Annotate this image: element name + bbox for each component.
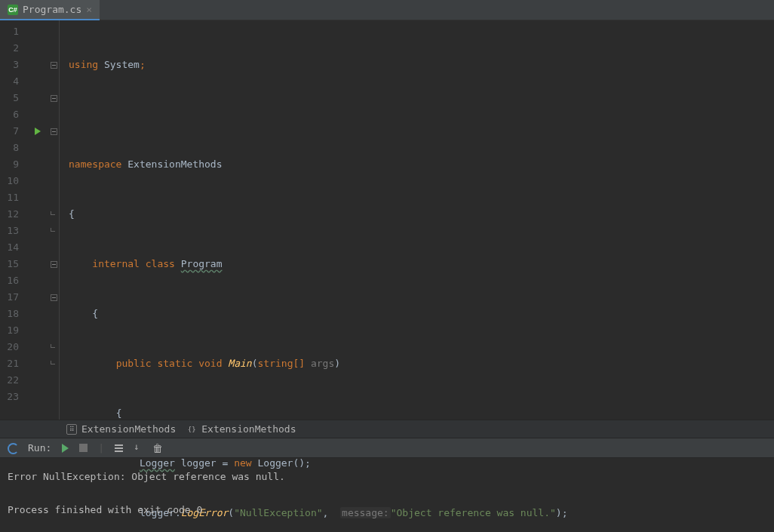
separator: | bbox=[98, 442, 104, 454]
line-number: 2 bbox=[0, 40, 25, 57]
fold-end-icon bbox=[48, 223, 59, 239]
run-label: Run: bbox=[28, 442, 51, 454]
fold-icon[interactable] bbox=[48, 57, 59, 73]
fold-icon[interactable] bbox=[48, 289, 59, 306]
line-number: 9 bbox=[0, 156, 25, 173]
run-gutter bbox=[25, 20, 48, 420]
line-number: 4 bbox=[0, 73, 25, 90]
file-tab[interactable]: C# Program.cs × bbox=[0, 0, 100, 20]
line-number: 15 bbox=[0, 256, 25, 272]
stop-icon[interactable] bbox=[79, 444, 88, 452]
fold-icon[interactable] bbox=[48, 123, 59, 140]
line-number: 14 bbox=[0, 239, 25, 256]
namespace-icon: ⠿ bbox=[66, 424, 77, 435]
fold-icon[interactable] bbox=[48, 90, 59, 106]
code-editor[interactable]: 1234567891011121314151617181920212223 us… bbox=[0, 20, 774, 420]
csharp-file-icon: C# bbox=[8, 5, 18, 15]
line-number: 21 bbox=[0, 355, 25, 372]
line-number: 7 bbox=[0, 123, 25, 140]
line-number: 16 bbox=[0, 272, 25, 289]
line-number: 23 bbox=[0, 389, 25, 405]
line-number: 5 bbox=[0, 90, 25, 106]
line-number: 20 bbox=[0, 339, 25, 355]
line-number: 10 bbox=[0, 173, 25, 189]
breadcrumb-namespace[interactable]: {} ExtensionMethods bbox=[186, 423, 296, 435]
line-number: 8 bbox=[0, 140, 25, 156]
editor-tab-bar: C# Program.cs × bbox=[0, 0, 774, 20]
close-icon[interactable]: × bbox=[86, 4, 92, 15]
line-number-gutter: 1234567891011121314151617181920212223 bbox=[0, 20, 25, 420]
file-tab-label: Program.cs bbox=[23, 4, 81, 15]
braces-icon: {} bbox=[186, 424, 197, 435]
line-number: 22 bbox=[0, 372, 25, 389]
line-number: 3 bbox=[0, 57, 25, 73]
fold-icon[interactable] bbox=[48, 256, 59, 272]
fold-gutter bbox=[48, 20, 60, 420]
line-number: 1 bbox=[0, 23, 25, 40]
fold-end-icon bbox=[48, 339, 59, 355]
trash-icon[interactable]: 🗑 bbox=[152, 442, 163, 454]
line-number: 12 bbox=[0, 206, 25, 223]
line-number: 19 bbox=[0, 322, 25, 339]
line-number: 6 bbox=[0, 106, 25, 123]
code-content[interactable]: using System; namespace ExtensionMethods… bbox=[60, 20, 774, 420]
line-number: 17 bbox=[0, 289, 25, 306]
line-number: 13 bbox=[0, 223, 25, 239]
line-number: 11 bbox=[0, 189, 25, 206]
parameter-hint: message: bbox=[340, 507, 391, 518]
breadcrumb-namespace[interactable]: ⠿ ExtensionMethods bbox=[66, 423, 176, 435]
line-number: 18 bbox=[0, 306, 25, 322]
rerun-icon[interactable] bbox=[8, 443, 17, 453]
scroll-to-end-icon[interactable] bbox=[134, 444, 142, 452]
soft-wrap-icon[interactable] bbox=[115, 444, 123, 452]
fold-end-icon bbox=[48, 355, 59, 372]
fold-end-icon bbox=[48, 206, 59, 223]
run-line-icon[interactable] bbox=[25, 123, 48, 140]
play-icon[interactable] bbox=[62, 444, 69, 453]
